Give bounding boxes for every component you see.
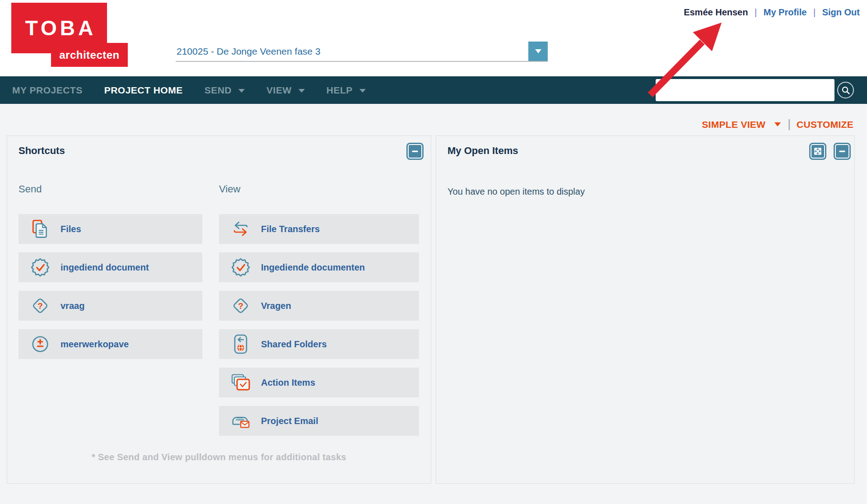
shortcut-label: Ingediende documenten	[261, 262, 365, 273]
shortcut-view-file-transfers[interactable]: File Transfers	[219, 214, 419, 244]
shortcut-send-meerwerkopave[interactable]: meerwerkopave	[19, 329, 202, 359]
nav-view-menu[interactable]: VIEW	[266, 85, 305, 96]
project-selector-value: 210025 - De Jonge Veenen fase 3	[177, 46, 321, 57]
shortcut-label: vraag	[61, 301, 84, 311]
shortcut-label: ingediend document	[61, 262, 149, 273]
shortcut-view-action-items[interactable]: Action Items	[219, 368, 419, 397]
shortcut-view-vragen[interactable]: ? Vragen	[219, 291, 419, 321]
shortcut-view-project-email[interactable]: Project Email	[219, 406, 419, 436]
logo-text-primary: TOBA	[22, 16, 97, 40]
shortcut-view-shared-folders[interactable]: Shared Folders	[219, 329, 419, 359]
view-controls: SIMPLE VIEW | CUSTOMIZE	[702, 117, 853, 131]
search-input[interactable]	[656, 79, 834, 101]
search-icon	[841, 85, 851, 95]
shortcut-send-ingediend-document[interactable]: ingediend document	[19, 252, 202, 282]
page: TOBA architecten 210025 - De Jonge Veene…	[0, 0, 867, 504]
seal-check-icon	[30, 257, 51, 278]
user-bar-separator: |	[813, 7, 816, 17]
svg-text:?: ?	[238, 301, 243, 311]
shortcuts-footnote: * See Send and View pulldown menus for a…	[7, 452, 431, 462]
nav-project-home[interactable]: PROJECT HOME	[104, 85, 183, 96]
user-bar-separator: |	[755, 7, 757, 17]
action-items-icon	[230, 372, 251, 393]
chevron-down-icon	[535, 49, 541, 53]
files-icon	[30, 219, 51, 239]
nav-label: MY PROJECTS	[12, 85, 83, 96]
chevron-down-icon[interactable]	[774, 122, 781, 126]
my-open-items-expand-button[interactable]	[809, 143, 826, 160]
shortcut-label: meerwerkopave	[61, 339, 129, 350]
shortcut-label: Files	[61, 224, 81, 234]
nav-send-menu[interactable]: SEND	[205, 85, 245, 96]
view-controls-separator: |	[788, 117, 791, 131]
shortcut-view-ingediende-documenten[interactable]: Ingediende documenten	[219, 252, 419, 282]
user-bar: Esmée Hensen | My Profile | Sign Out	[684, 7, 860, 18]
view-column-heading: View	[219, 183, 419, 195]
open-items-empty-message: You have no open items to display	[447, 187, 585, 197]
shortcuts-view-column: View File Transfers	[219, 183, 419, 444]
chevron-down-icon	[359, 89, 366, 93]
my-open-items-panel: My Open Items You have no open items to …	[436, 135, 855, 484]
project-selector[interactable]: 210025 - De Jonge Veenen fase 3	[176, 41, 548, 62]
shortcuts-panel-title: Shortcuts	[19, 145, 65, 157]
project-email-icon	[230, 411, 251, 431]
question-diamond-icon: ?	[230, 295, 251, 316]
shared-folder-icon	[230, 334, 251, 355]
logo-text-secondary: architecten	[59, 49, 120, 61]
shortcut-label: Vragen	[261, 301, 291, 311]
nav-help-menu[interactable]: HELP	[326, 85, 366, 96]
customize-button[interactable]: CUSTOMIZE	[797, 119, 853, 130]
shortcut-send-vraag[interactable]: ? vraag	[19, 291, 202, 321]
simple-view-selector[interactable]: SIMPLE VIEW	[702, 119, 765, 130]
plus-minus-circle-icon	[30, 334, 51, 355]
send-column-heading: Send	[19, 183, 202, 195]
nav-my-projects[interactable]: MY PROJECTS	[12, 85, 83, 96]
seal-check-icon	[230, 257, 251, 278]
nav-label: VIEW	[266, 85, 292, 96]
shortcut-label: Shared Folders	[261, 339, 327, 350]
minimize-icon	[409, 145, 421, 157]
shortcut-send-files[interactable]: Files	[19, 214, 202, 244]
minimize-icon	[836, 145, 848, 157]
transfer-arrows-icon	[230, 219, 251, 239]
shortcut-label: File Transfers	[261, 224, 320, 234]
my-profile-link[interactable]: My Profile	[764, 7, 807, 17]
toba-logo-subtitle: architecten	[51, 43, 128, 67]
shortcut-label: Project Email	[261, 416, 318, 426]
svg-text:?: ?	[37, 301, 43, 311]
shortcut-label: Action Items	[261, 378, 315, 388]
expand-icon	[812, 145, 824, 157]
sign-out-link[interactable]: Sign Out	[822, 7, 860, 17]
my-open-items-minimize-button[interactable]	[834, 143, 851, 160]
nav-label: SEND	[205, 85, 232, 96]
project-dropdown-button[interactable]	[528, 42, 548, 61]
nav-label: HELP	[326, 85, 353, 96]
my-open-items-title: My Open Items	[447, 145, 518, 157]
nav-label: PROJECT HOME	[104, 85, 183, 96]
shortcuts-send-column: Send Files	[19, 183, 202, 368]
question-diamond-icon: ?	[30, 295, 51, 316]
shortcuts-minimize-button[interactable]	[406, 143, 424, 160]
search-button[interactable]	[837, 82, 854, 98]
user-name: Esmée Hensen	[684, 7, 748, 17]
chevron-down-icon	[238, 89, 245, 93]
chevron-down-icon	[298, 89, 305, 93]
shortcuts-panel: Shortcuts Send Files	[7, 135, 431, 484]
